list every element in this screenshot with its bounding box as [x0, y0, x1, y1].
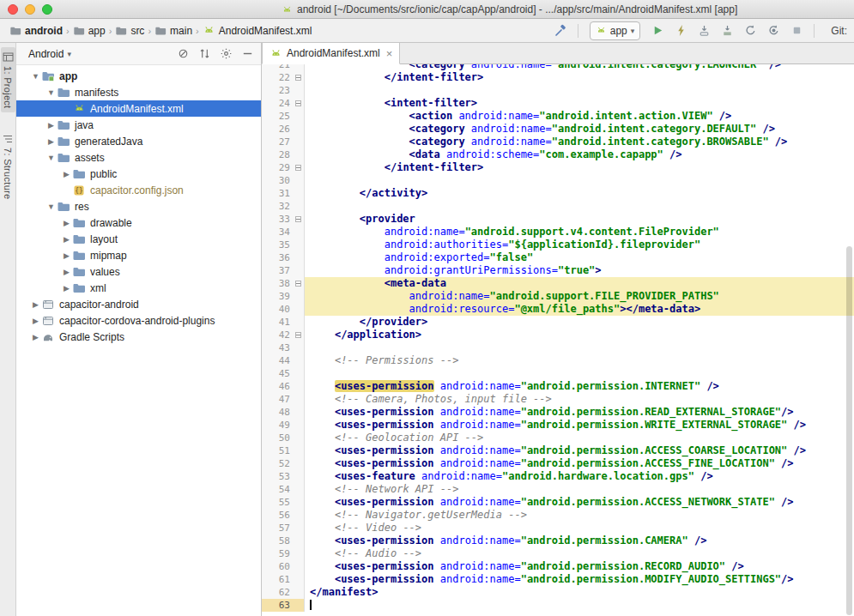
gutter-fold-column: [294, 174, 305, 187]
project-view-selector[interactable]: Android ▾: [28, 48, 71, 60]
line-number: 52: [262, 457, 294, 470]
zoom-window-button[interactable]: [42, 4, 52, 15]
tree-item-androidmanifest-xml[interactable]: AndroidManifest.xml: [16, 100, 261, 117]
fold-marker-icon[interactable]: [295, 216, 301, 222]
chevron-right-icon[interactable]: ▶: [30, 317, 41, 325]
tree-item-assets[interactable]: ▼assets: [16, 149, 261, 166]
install-apk-icon[interactable]: [718, 21, 736, 40]
line-number: 63: [262, 599, 294, 612]
tree-item-capacitor-cordova-android-plugins[interactable]: ▶capacitor-cordova-android-plugins: [16, 312, 261, 329]
code-editor[interactable]: 21 <category android:name="android.inten…: [262, 64, 854, 616]
breadcrumb-label: app: [88, 25, 106, 37]
fold-marker-icon[interactable]: [295, 332, 301, 338]
chevron-down-icon[interactable]: ▼: [30, 72, 41, 81]
editor-tab-androidmanifest[interactable]: AndroidManifest.xml ×: [262, 43, 400, 64]
breadcrumb-item-app[interactable]: app: [70, 24, 108, 38]
minimize-window-button[interactable]: [25, 4, 35, 15]
code-line-text: <uses-permission android:name="android.p…: [305, 380, 854, 393]
code-line-text: <uses-permission android:name="android.p…: [305, 534, 854, 547]
gutter-fold-column: [294, 161, 305, 174]
breadcrumb-label: android: [25, 25, 63, 37]
gradle-sync-icon[interactable]: [764, 21, 783, 40]
project-panel: Android ▾ ▼app▼manifestsAndroidManifest.…: [16, 43, 262, 616]
fold-marker-icon[interactable]: [295, 281, 301, 287]
tree-item-layout[interactable]: ▶layout: [16, 231, 261, 247]
gutter-fold-column: [294, 547, 305, 560]
chevron-down-icon[interactable]: ▼: [45, 202, 57, 211]
line-number: 22: [262, 71, 294, 84]
project-panel-header: Android ▾: [16, 43, 261, 65]
tree-item-gradle-scripts[interactable]: ▶Gradle Scripts: [16, 329, 261, 345]
chevron-right-icon[interactable]: ▶: [30, 300, 41, 309]
run-icon[interactable]: [648, 21, 667, 40]
tree-item-java[interactable]: ▶java: [16, 117, 261, 133]
tree-item-generatedjava[interactable]: ▶generatedJava: [16, 133, 261, 149]
tree-item-mipmap[interactable]: ▶mipmap: [16, 247, 261, 263]
hide-panel-icon[interactable]: [240, 47, 254, 61]
tree-item-capacitor-config-json[interactable]: {}capacitor.config.json: [16, 182, 261, 198]
breadcrumb-item-android[interactable]: android: [7, 24, 65, 38]
close-window-button[interactable]: [8, 4, 18, 15]
folder-icon: [72, 216, 86, 230]
code-line-text: android:resource="@xml/file_paths"></met…: [305, 303, 854, 316]
line-number: 62: [262, 586, 294, 599]
line-number: 37: [262, 264, 294, 277]
fold-marker-icon[interactable]: [295, 165, 301, 171]
chevron-right-icon[interactable]: ▶: [61, 268, 72, 276]
chevron-right-icon[interactable]: ▶: [61, 251, 72, 260]
gutter-fold-column: [294, 354, 305, 367]
tree-item-drawable[interactable]: ▶drawable: [16, 214, 261, 231]
apply-changes-icon[interactable]: [671, 21, 690, 40]
chevron-down-icon[interactable]: ▼: [45, 154, 57, 162]
tree-item-manifests[interactable]: ▼manifests: [16, 84, 261, 100]
tree-item-app[interactable]: ▼app: [16, 68, 261, 84]
tree-item-label: capacitor-cordova-android-plugins: [59, 315, 215, 327]
locate-file-icon[interactable]: [176, 47, 190, 61]
sync-project-icon[interactable]: [741, 21, 760, 40]
debug-attach-icon[interactable]: [694, 21, 713, 40]
chevron-right-icon[interactable]: ▶: [61, 170, 72, 178]
tool-window-button-project[interactable]: 1: Project: [1, 47, 15, 112]
stop-icon[interactable]: [787, 21, 806, 40]
editor-scrollbar[interactable]: [845, 64, 854, 616]
close-tab-icon[interactable]: ×: [386, 47, 393, 60]
code-line-30: 30: [262, 174, 854, 187]
left-tool-strip: 1: Project 7: Structure: [0, 43, 16, 616]
chevron-right-icon[interactable]: ▶: [45, 121, 57, 130]
build-hammer-icon[interactable]: [551, 21, 570, 40]
settings-gear-icon[interactable]: [219, 47, 233, 61]
code-line-text: </provider>: [305, 316, 854, 329]
chevron-right-icon[interactable]: ▶: [61, 235, 72, 244]
chevron-down-icon: ▾: [631, 27, 635, 35]
git-branch-label[interactable]: Git:: [831, 25, 847, 37]
tree-item-capacitor-android[interactable]: ▶capacitor-android: [16, 296, 261, 312]
fold-marker-icon[interactable]: [295, 75, 301, 81]
scrollbar-thumb[interactable]: [846, 246, 852, 615]
tool-window-button-structure[interactable]: 7: Structure: [1, 130, 15, 203]
gutter-fold-column: [294, 509, 305, 522]
breadcrumb-item-androidmanifest-xml[interactable]: AndroidManifest.xml: [200, 23, 315, 38]
chevron-down-icon[interactable]: ▼: [45, 88, 57, 97]
breadcrumb-item-src[interactable]: src: [112, 24, 147, 38]
tree-item-xml[interactable]: ▶xml: [16, 280, 261, 296]
breadcrumb-item-main[interactable]: main: [152, 24, 195, 38]
run-config-dropdown[interactable]: app ▾: [590, 21, 641, 40]
code-line-text: </manifest>: [305, 586, 854, 599]
tree-item-public[interactable]: ▶public: [16, 166, 261, 182]
project-tree[interactable]: ▼app▼manifestsAndroidManifest.xml▶java▶g…: [16, 65, 261, 616]
line-number: 36: [262, 251, 294, 264]
tree-item-values[interactable]: ▶values: [16, 263, 261, 280]
fold-marker-icon[interactable]: [295, 100, 301, 106]
gutter-fold-column: [294, 84, 305, 97]
crumb-folder-icon: [9, 25, 21, 37]
chevron-right-icon[interactable]: ▶: [45, 137, 57, 146]
code-line-text: <action android:name="android.intent.act…: [305, 110, 854, 123]
gutter-fold-column: [294, 432, 305, 444]
chevron-right-icon[interactable]: ▶: [30, 333, 41, 341]
code-line-text: <uses-feature android:name="android.hard…: [305, 470, 854, 483]
tree-item-res[interactable]: ▼res: [16, 198, 261, 214]
chevron-right-icon[interactable]: ▶: [61, 219, 72, 227]
code-line-42: 42 </application>: [262, 329, 854, 341]
scroll-from-source-icon[interactable]: [197, 47, 211, 61]
chevron-right-icon[interactable]: ▶: [61, 284, 72, 293]
